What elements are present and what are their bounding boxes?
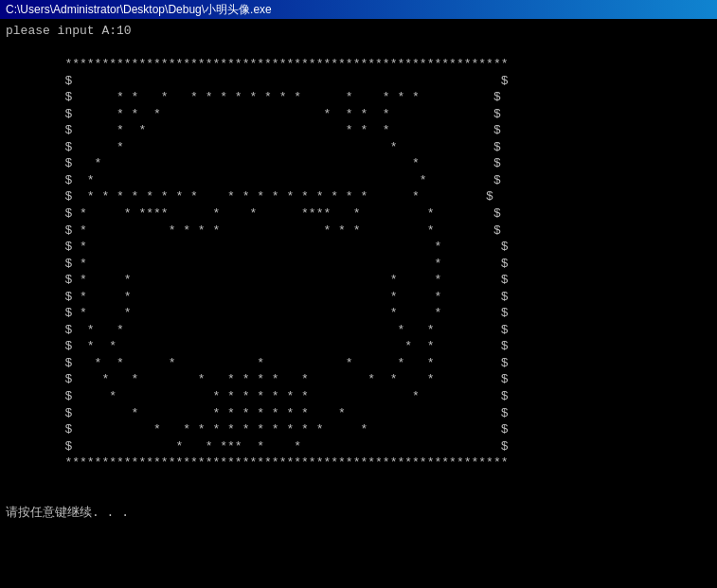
console-art: ****************************************… (6, 57, 509, 470)
footer-text: 请按任意键继续. . . (6, 506, 129, 520)
title-bar: C:\Users\Administrator\Desktop\Debug\小明头… (0, 0, 717, 19)
console-window: please input A:10 **********************… (0, 19, 717, 588)
title-text: C:\Users\Administrator\Desktop\Debug\小明头… (6, 2, 272, 18)
prompt-line: please input A:10 (6, 24, 132, 38)
